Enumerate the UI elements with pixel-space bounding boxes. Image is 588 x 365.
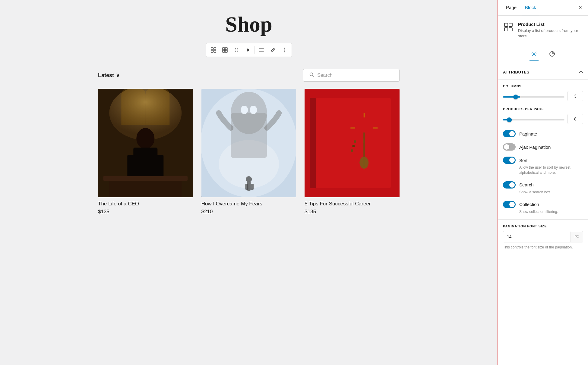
search-box[interactable]: Search xyxy=(303,69,400,82)
subtab-style[interactable] xyxy=(548,49,557,61)
attributes-header[interactable]: Attributes xyxy=(498,65,588,80)
products-per-page-control: PRODUCTS PER PAGE 8 xyxy=(503,107,583,124)
pencil-icon[interactable] xyxy=(267,45,278,55)
svg-point-19 xyxy=(284,51,285,52)
products-slider-row: 8 xyxy=(503,114,583,124)
drag-icon[interactable] xyxy=(231,45,242,55)
svg-point-10 xyxy=(235,50,236,51)
search-placeholder: Search xyxy=(317,73,333,78)
sort-chevron-icon: ∨ xyxy=(116,72,120,79)
columns-slider-row: 3 xyxy=(503,91,583,101)
columns-control: COLUMNS 3 xyxy=(503,84,583,101)
products-per-page-label: PRODUCTS PER PAGE xyxy=(503,107,583,111)
collection-toggle-row: Collection Show collection filtering. xyxy=(503,201,583,214)
grid-layout-icon[interactable] xyxy=(220,45,230,55)
svg-rect-5 xyxy=(225,48,227,50)
svg-rect-56 xyxy=(504,23,508,27)
pagination-font-size-input[interactable]: 14 xyxy=(503,231,571,242)
ajax-pagination-toggle[interactable] xyxy=(503,143,516,151)
product-title-3: 5 Tips For Successful Career xyxy=(305,201,400,207)
svg-rect-28 xyxy=(103,176,188,181)
collapse-icon xyxy=(579,70,583,74)
svg-rect-16 xyxy=(259,51,264,51)
block-header: Product List Display a list of products … xyxy=(498,16,588,45)
svg-point-8 xyxy=(235,48,236,49)
sort-toggle[interactable] xyxy=(503,157,516,164)
svg-rect-2 xyxy=(211,50,213,52)
products-per-page-input[interactable]: 8 xyxy=(567,114,583,124)
svg-rect-15 xyxy=(260,50,263,50)
search-icon xyxy=(309,72,314,78)
svg-point-13 xyxy=(237,51,238,52)
block-title: Product List xyxy=(518,22,583,27)
collection-description: Show collection filtering. xyxy=(519,209,583,214)
product-list-icon xyxy=(503,22,514,33)
svg-rect-7 xyxy=(225,50,227,52)
pagination-font-size-unit: PX xyxy=(571,232,583,242)
subtab-settings[interactable] xyxy=(530,49,539,61)
right-panel: Page Block × Product List Display a list… xyxy=(498,0,588,365)
svg-rect-3 xyxy=(214,50,216,52)
attributes-body: COLUMNS 3 PRODUCTS PER PAGE 8 xyxy=(498,80,588,219)
align-icon[interactable] xyxy=(256,45,267,55)
search-label-toggle: Search xyxy=(519,182,534,187)
svg-rect-42 xyxy=(310,98,391,188)
columns-slider[interactable] xyxy=(503,96,564,98)
block-subtabs xyxy=(498,45,588,65)
paginate-toggle-row: Paginate xyxy=(503,130,583,137)
collection-label-toggle: Collection xyxy=(519,202,539,207)
attributes-section: Attributes COLUMNS 3 PRODUCTS P xyxy=(498,65,588,219)
product-image-ceo xyxy=(98,89,193,197)
panel-tabs: Page Block × xyxy=(498,0,588,16)
svg-point-18 xyxy=(284,50,285,51)
svg-rect-14 xyxy=(259,48,264,49)
product-card[interactable]: How I Overcame My Fears $210 xyxy=(201,89,296,215)
products-per-page-slider[interactable] xyxy=(503,119,564,120)
collection-toggle[interactable] xyxy=(503,201,516,208)
product-card[interactable]: The Life of a CEO $135 xyxy=(98,89,193,215)
toggle-knob xyxy=(504,144,509,150)
svg-rect-27 xyxy=(156,155,163,179)
svg-rect-4 xyxy=(223,48,225,50)
attributes-title: Attributes xyxy=(503,70,530,74)
page-title: Shop xyxy=(225,12,272,37)
svg-point-54 xyxy=(351,149,353,152)
svg-rect-59 xyxy=(509,28,512,31)
svg-point-17 xyxy=(284,48,285,49)
svg-rect-1 xyxy=(214,48,216,50)
move-up-icon[interactable] xyxy=(242,45,253,55)
search-description: Show a search box. xyxy=(519,190,583,195)
svg-point-51 xyxy=(360,157,369,169)
product-card[interactable]: 5 Tips For Successful Career $135 xyxy=(305,89,400,215)
svg-point-12 xyxy=(235,51,236,52)
sort-dropdown[interactable]: Latest ∨ xyxy=(98,72,120,79)
product-image-career xyxy=(305,89,400,197)
toggle-knob xyxy=(509,202,515,207)
svg-point-35 xyxy=(241,106,248,114)
pagination-font-size-desc: This controls the font size of the pagin… xyxy=(503,245,583,250)
svg-rect-29 xyxy=(109,181,182,197)
product-title-1: The Life of a CEO xyxy=(98,201,193,207)
toggle-knob xyxy=(509,158,515,163)
more-options-icon[interactable] xyxy=(279,45,290,55)
link-icon[interactable] xyxy=(208,45,219,55)
sort-label-toggle: Sort xyxy=(519,158,528,163)
svg-rect-6 xyxy=(223,50,225,52)
search-toggle-row: Search Show a search box. xyxy=(503,181,583,195)
svg-rect-57 xyxy=(509,23,512,27)
search-toggle[interactable] xyxy=(503,181,516,189)
tab-block[interactable]: Block xyxy=(522,0,539,15)
tab-page[interactable]: Page xyxy=(503,0,520,15)
paginate-toggle[interactable] xyxy=(503,130,516,137)
pagination-font-size-section: PAGINATION FONT SIZE 14 PX This controls… xyxy=(498,220,588,255)
svg-rect-58 xyxy=(504,28,508,31)
product-price-2: $210 xyxy=(201,209,296,215)
product-price-1: $135 xyxy=(98,209,193,215)
block-info: Product List Display a list of products … xyxy=(518,22,583,39)
toggle-knob xyxy=(509,182,515,188)
columns-input[interactable]: 3 xyxy=(567,91,583,101)
sort-toggle-row: Sort Allow the user to sort by newest, a… xyxy=(503,157,583,175)
editor-area: Shop xyxy=(0,0,498,365)
close-panel-button[interactable]: × xyxy=(577,3,583,12)
svg-line-21 xyxy=(313,76,314,77)
